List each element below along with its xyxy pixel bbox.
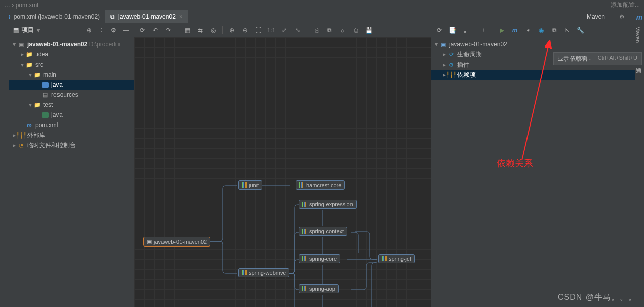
lib-icon [302,229,307,234]
show-icon[interactable]: ◎ [209,26,217,34]
graph-node-webmvc[interactable]: spring-webmvc [238,268,289,277]
right-stripe-maven-label[interactable]: Maven [635,26,641,43]
maven-panel-tab[interactable]: Maven [581,10,613,23]
tree-label: 外部库 [27,131,45,140]
expand-all-icon[interactable]: ⤢ [280,26,288,34]
add-config-button[interactable]: 添加配置... [611,1,640,9]
copy-icon[interactable]: ⧉ [325,26,333,34]
scratch-icon: ◔ [17,141,25,149]
graph-node-junit[interactable]: junit [238,180,262,190]
run-icon[interactable]: ▶ [498,26,506,34]
layout-icon[interactable]: ▦ [183,26,191,34]
zoom-out-icon[interactable]: ⊖ [241,26,249,34]
toggle-skip-icon[interactable]: ⧞ [524,26,532,34]
tooltip-label: 显示 依赖项... [558,55,592,63]
tree-label: resources [51,91,78,98]
plugins-icon: ⚙ [447,60,455,69]
print-icon[interactable]: ⎙ [352,26,360,34]
tree-label: main [43,71,56,78]
folder-icon: 📁 [25,50,33,58]
source-folder-icon [41,81,49,89]
tree-label: java [51,111,63,118]
folder-icon: 📁 [33,71,41,79]
find-icon[interactable]: ⌕ [338,26,346,34]
settings-icon[interactable]: 🔧 [576,26,584,34]
refresh-icon[interactable]: ⟳ [138,26,146,34]
tree-label: .idea [35,51,48,58]
execute-maven-icon[interactable]: m [511,26,519,34]
left-tool-stripe[interactable] [0,10,9,307]
editor-tab-diagram[interactable]: ⧉ javaweb-01-maven02 × [105,10,188,23]
graph-node-root[interactable]: ▣javaweb-01-maven02 [143,237,210,247]
dependency-graph[interactable]: ▣javaweb-01-maven02 junit hamcrest-core … [134,37,431,307]
locate-icon[interactable]: ⊕ [85,26,93,34]
tree-root-label: javaweb-01-maven02 [27,41,87,48]
actual-icon[interactable]: 1:1 [267,26,275,34]
lib-icon [382,256,387,261]
graph-node-expr[interactable]: spring-expression [299,200,357,209]
hide-icon[interactable]: — [122,26,130,34]
maven-toolbar: ⟳ 📑 ⭳ ＋ ▶ m ⧞ ◉ ⧉ ⇱ 🔧 [431,23,635,37]
folder-icon: 📁 [33,101,41,109]
maven-node-label: 生命周期 [457,50,482,59]
svg-line-0 [522,42,549,160]
graph-node-aop[interactable]: spring-aop [299,284,339,293]
graph-node-jcl[interactable]: spring-jcl [378,254,415,263]
reload-icon[interactable]: ⟳ [435,26,443,34]
editor-tab-pom[interactable]: m pom.xml (javaweb-01-maven02) [0,10,105,23]
maven-module-icon: ▣ [439,40,447,48]
watermark: CSDN @牛马。。。 [558,292,637,303]
tree-label: pom.xml [35,121,58,129]
route-icon[interactable]: ⇆ [196,26,204,34]
lib-icon [242,182,247,188]
deps-icon: ╿╽╿ [447,71,455,79]
library-icon: ╿╽╿ [17,131,25,139]
add-icon[interactable]: ＋ [480,26,488,34]
graph-node-core[interactable]: spring-core [299,254,340,263]
test-folder-icon [41,111,49,119]
gear-icon[interactable]: ⚙ [109,26,118,34]
resources-folder-icon: ▤ [41,91,49,99]
lib-icon [299,182,304,188]
collapse-icon[interactable]: ⇱ [563,26,571,34]
lib-icon [302,256,307,261]
maven-stripe-icon[interactable]: m [635,13,644,21]
gear-icon[interactable]: ⚙ [618,13,626,21]
graph-edges [134,37,431,307]
generate-icon[interactable]: 📑 [448,26,456,34]
fit-icon[interactable]: ⛶ [254,26,262,34]
undo-icon[interactable]: ↶ [151,26,159,34]
tooltip-shortcut: Ctrl+Alt+Shift+U [598,55,637,63]
maven-tool-window: ⟳ 📑 ⭳ ＋ ▶ m ⧞ ◉ ⧉ ⇱ 🔧 ▾▣javaweb-01-maven… [431,23,635,307]
export-icon[interactable]: ⎘ [312,26,320,34]
graph-node-hamcrest[interactable]: hamcrest-core [296,180,345,190]
dropdown-icon[interactable]: ▾ [37,27,40,34]
expand-icon[interactable]: ≑ [97,26,105,34]
diagram-editor: ⟳ ↶ ↷ ▦ ⇆ ◎ ⊕ ⊖ ⛶ 1:1 ⤢ ⤡ ⎘ ⧉ ⌕ ⎙ 💾 [134,23,431,307]
maven-node-label: 插件 [457,60,470,69]
folder-icon: 📁 [25,60,33,69]
lib-icon [302,286,307,291]
annotation-text: 依赖关系 [497,157,533,169]
close-icon[interactable]: × [179,13,183,20]
download-icon[interactable]: ⭳ [461,26,470,34]
maven-panel-title: Maven [587,13,605,20]
editor-tabs: m pom.xml (javaweb-01-maven02) ⧉ javaweb… [0,10,644,23]
tree-label: java [51,81,63,88]
project-icon: ▤ [13,27,19,34]
project-tree[interactable]: ▾▣javaweb-01-maven02 D:\procedur ▸📁.idea… [9,37,134,307]
redo-icon[interactable]: ↷ [164,26,172,34]
show-deps-diagram-icon[interactable]: ⧉ [550,26,558,34]
lib-icon [302,202,307,207]
breadcrumb: … › pom.xml [4,2,38,9]
zoom-in-icon[interactable]: ⊕ [228,26,236,34]
tree-root-path: D:\procedur [89,41,121,48]
project-panel-title: 项目 [22,26,34,34]
graph-node-ctx[interactable]: spring-context [299,227,347,236]
cycle-icon[interactable]: ◉ [537,26,545,34]
annotation-arrow [507,39,557,165]
tab-label: javaweb-01-maven02 [118,13,176,20]
save-icon[interactable]: 💾 [365,26,373,34]
collapse-all-icon[interactable]: ⤡ [294,26,302,34]
maven-node-label: 依赖项 [457,71,476,79]
